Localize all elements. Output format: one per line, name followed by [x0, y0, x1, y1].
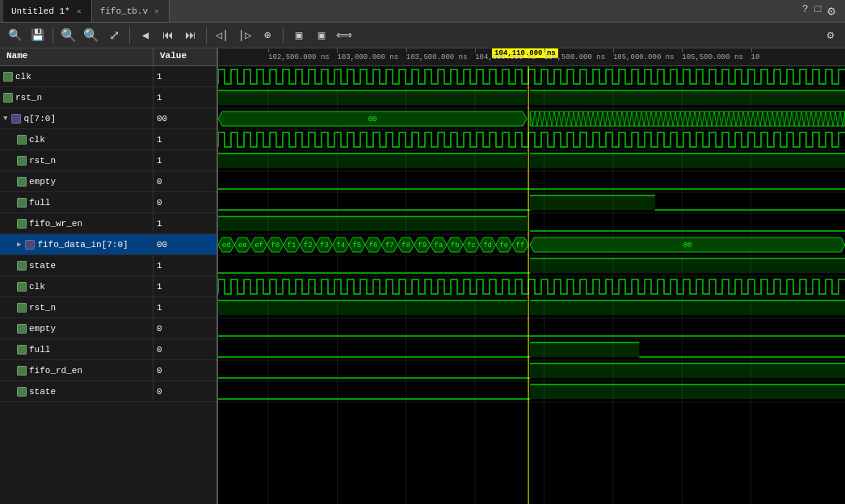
next-edge-button[interactable]: |▷: [235, 26, 254, 45]
last-button[interactable]: ⏭: [181, 26, 200, 45]
signal-name-cell: rst_n: [0, 297, 153, 317]
titlebar: Untitled 1* ✕ fifo_tb.v ✕ ? □ ⚙: [0, 0, 845, 23]
back-button[interactable]: ◀: [136, 26, 155, 45]
signal-value-cell: 0: [153, 381, 217, 401]
signal-name-cell: rst_n: [0, 150, 153, 170]
signal-name-text: clk: [29, 282, 45, 292]
fit-all-button[interactable]: ⟺: [334, 26, 354, 45]
signal-name-text: clk: [15, 72, 32, 82]
sep1: [53, 27, 53, 44]
time-label: 102,500.000 ns: [268, 53, 330, 61]
search-button[interactable]: 🔍: [5, 26, 24, 45]
bit-icon: [17, 135, 27, 145]
signal-row[interactable]: empty0: [0, 171, 217, 192]
tab-fifo-close[interactable]: ✕: [153, 6, 161, 16]
signal-value-cell: 1: [153, 297, 217, 317]
settings-toolbar-button[interactable]: ⚙: [821, 26, 840, 45]
signal-value-cell: 0: [153, 318, 217, 338]
signal-name-text: rst_n: [29, 303, 56, 313]
window-controls: ? □ ⚙: [802, 3, 842, 19]
signal-name-text: full: [29, 198, 50, 208]
toolbar: 🔍 💾 🔍 🔍 ⤢ ◀ ⏮ ⏭ ◁| |▷ ⊕ ▣ ▣ ⟺ ⚙: [0, 23, 845, 48]
time-tick: [682, 48, 683, 52]
signal-name-text: clk: [29, 135, 45, 145]
signal-name-text: state: [29, 387, 56, 397]
signal-row[interactable]: clk1: [0, 66, 217, 87]
waveform-area[interactable]: [218, 66, 845, 504]
signal-row[interactable]: clk1: [0, 276, 217, 297]
signal-row[interactable]: state1: [0, 255, 217, 276]
bus-icon: [11, 114, 21, 124]
bit-icon: [17, 303, 27, 313]
time-label: 10: [751, 53, 760, 61]
tab-untitled-label: Untitled 1*: [11, 6, 70, 16]
signal-name-cell: clk: [0, 129, 153, 149]
signal-row[interactable]: ▼q[7:0]00: [0, 108, 217, 129]
tab-untitled-close[interactable]: ✕: [75, 6, 83, 16]
signal-name-cell: state: [0, 255, 153, 275]
signal-row[interactable]: clk1: [0, 129, 217, 150]
expand-arrow-icon[interactable]: ▼: [3, 115, 7, 123]
tab-fifo-label: fifo_tb.v: [100, 6, 148, 16]
prev-edge-button[interactable]: ◁|: [212, 26, 232, 45]
header-name: Name: [0, 48, 153, 65]
time-ruler: 104,110.000 ns102,500.000 ns103,000.000 …: [218, 48, 845, 66]
signal-row[interactable]: empty0: [0, 318, 217, 339]
signal-value-cell: 1: [153, 276, 217, 296]
bit-icon: [17, 177, 27, 187]
cursor-button[interactable]: ⊕: [258, 26, 277, 45]
signal-row[interactable]: state0: [0, 381, 217, 402]
fit-button[interactable]: ⤢: [104, 26, 124, 45]
signal-name-text: state: [29, 261, 56, 271]
zoom-in-button[interactable]: 🔍: [82, 26, 101, 45]
signal-value-cell: 0: [153, 192, 217, 212]
signal-name-text: fifo_data_in[7:0]: [37, 240, 128, 250]
signal-rows: clk1rst_n1▼q[7:0]00clk1rst_n1empty0full0…: [0, 66, 217, 504]
signal-row[interactable]: fifo_wr_en1: [0, 213, 217, 234]
signal-value-cell: 0: [153, 171, 217, 191]
signal-row[interactable]: rst_n1: [0, 150, 217, 171]
signal-name-text: empty: [29, 324, 56, 334]
signal-value-cell: 1: [153, 66, 217, 86]
bit-icon: [3, 93, 13, 103]
marker1-button[interactable]: ▣: [289, 26, 309, 45]
tab-fifo[interactable]: fifo_tb.v ✕: [92, 0, 170, 22]
signal-value-cell: 1: [153, 255, 217, 275]
help-btn[interactable]: ?: [802, 3, 809, 19]
waveform-panel[interactable]: 104,110.000 ns102,500.000 ns103,000.000 …: [218, 48, 845, 504]
save-button[interactable]: 💾: [27, 26, 47, 45]
time-tick: [751, 48, 752, 52]
signal-name-cell: fifo_rd_en: [0, 360, 153, 380]
signal-name-cell: empty: [0, 318, 153, 338]
signal-name-cell: clk: [0, 66, 153, 86]
signal-row[interactable]: fifo_rd_en0: [0, 360, 217, 381]
signal-name-text: full: [29, 345, 50, 355]
signal-row[interactable]: rst_n1: [0, 87, 217, 108]
signal-row[interactable]: full0: [0, 192, 217, 213]
signal-row[interactable]: ▶fifo_data_in[7:0]00: [0, 234, 217, 255]
time-tick: [475, 48, 476, 52]
zoom-out-button[interactable]: 🔍: [59, 26, 78, 45]
expand-arrow-icon[interactable]: ▶: [17, 240, 21, 249]
signal-value-cell: 1: [153, 129, 217, 149]
signal-value-cell: 1: [153, 150, 217, 170]
signal-value-cell: 00: [153, 108, 217, 128]
signal-panel: Name Value clk1rst_n1▼q[7:0]00clk1rst_n1…: [0, 48, 218, 504]
bit-icon: [17, 156, 27, 166]
settings-btn[interactable]: ⚙: [827, 3, 835, 19]
signal-row[interactable]: rst_n1: [0, 297, 217, 318]
time-tick: [406, 48, 407, 52]
sep2: [129, 27, 130, 44]
bit-icon: [17, 282, 27, 292]
bit-icon: [17, 219, 27, 229]
marker2-button[interactable]: ▣: [312, 26, 331, 45]
first-button[interactable]: ⏮: [158, 26, 178, 45]
tab-untitled[interactable]: Untitled 1* ✕: [3, 0, 92, 22]
waveform-canvas[interactable]: [218, 66, 845, 504]
signal-row[interactable]: full0: [0, 339, 217, 360]
signal-value-cell: 0: [153, 339, 217, 359]
signal-value-cell: 1: [153, 213, 217, 233]
time-label: 104,000.000 ns: [475, 53, 536, 61]
time-tick: [268, 48, 269, 52]
maximize-btn[interactable]: □: [815, 3, 822, 19]
